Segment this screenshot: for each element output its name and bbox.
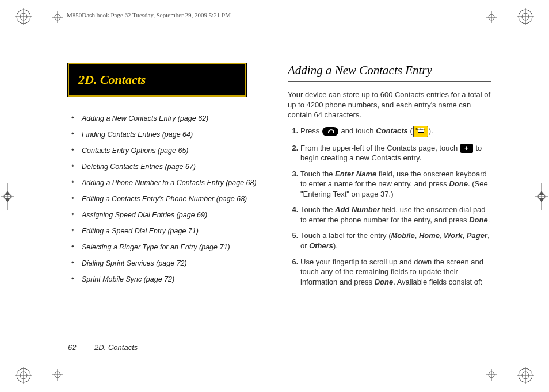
- plus-icon: +: [460, 144, 473, 153]
- right-column: Adding a New Contacts Entry Your device …: [288, 63, 491, 358]
- step-item: Touch the Enter Name field, use the onsc…: [300, 169, 491, 199]
- toc-item: Editing a Speed Dial Entry (page 71): [71, 223, 272, 239]
- svg-marker-37: [539, 198, 544, 202]
- toc-item: Assigning Speed Dial Entries (page 69): [71, 207, 272, 223]
- registration-mark-icon: [517, 367, 534, 384]
- contacts-app-icon: [413, 126, 428, 137]
- toc-item: Adding a New Contacts Entry (page 62): [71, 110, 272, 126]
- crop-mark-icon: [52, 369, 63, 381]
- toc-item: Contacts Entry Options (page 65): [71, 143, 272, 159]
- running-header: M850Dash.book Page 62 Tuesday, September…: [67, 11, 231, 18]
- home-key-icon: [322, 127, 338, 136]
- crop-mark-icon: [52, 11, 63, 23]
- toc-item: Finding Contacts Entries (page 64): [71, 126, 272, 143]
- toc-item: Selecting a Ringer Type for an Entry (pa…: [71, 239, 272, 255]
- step-item: Touch a label for the entry (Mobile, Hom…: [300, 230, 491, 251]
- section-title: 2D. Contacts: [78, 72, 146, 87]
- page-number: 62: [68, 343, 76, 352]
- toc-item: Editing a Contacts Entry's Phone Number …: [71, 191, 272, 207]
- heading: Adding a New Contacts Entry: [288, 63, 491, 82]
- table-of-contents: Adding a New Contacts Entry (page 62) Fi…: [71, 110, 272, 287]
- svg-marker-31: [5, 191, 10, 195]
- header-rule: [62, 20, 487, 20]
- step-item: From the upper-left of the Contacts page…: [300, 143, 491, 163]
- crop-mark-icon: [486, 11, 497, 23]
- left-column: 2D. Contacts Adding a New Contacts Entry…: [68, 63, 272, 358]
- toc-item: Adding a Phone Number to a Contacts Entr…: [71, 175, 272, 191]
- crop-target-icon: [535, 183, 548, 210]
- registration-mark-icon: [15, 8, 32, 25]
- step-item: Press and touch Contacts ().: [300, 126, 491, 137]
- registration-mark-icon: [15, 367, 32, 384]
- toc-item: Sprint Mobile Sync (page 72): [71, 271, 272, 287]
- step-item: Touch the Add Number field, use the onsc…: [300, 205, 491, 225]
- footer-title: 2D. Contacts: [94, 343, 138, 352]
- step-item: Use your fingertip to scroll up and down…: [300, 257, 491, 287]
- toc-item: Deleting Contacts Entries (page 67): [71, 159, 272, 175]
- svg-marker-36: [539, 191, 544, 195]
- crop-target-icon: [1, 183, 14, 210]
- toc-item: Dialing Sprint Services (page 72): [71, 255, 272, 271]
- svg-marker-32: [5, 198, 10, 202]
- section-header: 2D. Contacts: [68, 63, 246, 97]
- page-footer: 62 2D. Contacts: [68, 343, 138, 352]
- intro-paragraph: Your device can store up to 600 Contacts…: [288, 90, 491, 120]
- crop-mark-icon: [486, 369, 497, 381]
- steps-list: Press and touch Contacts (). From the up…: [288, 126, 491, 287]
- registration-mark-icon: [517, 8, 534, 25]
